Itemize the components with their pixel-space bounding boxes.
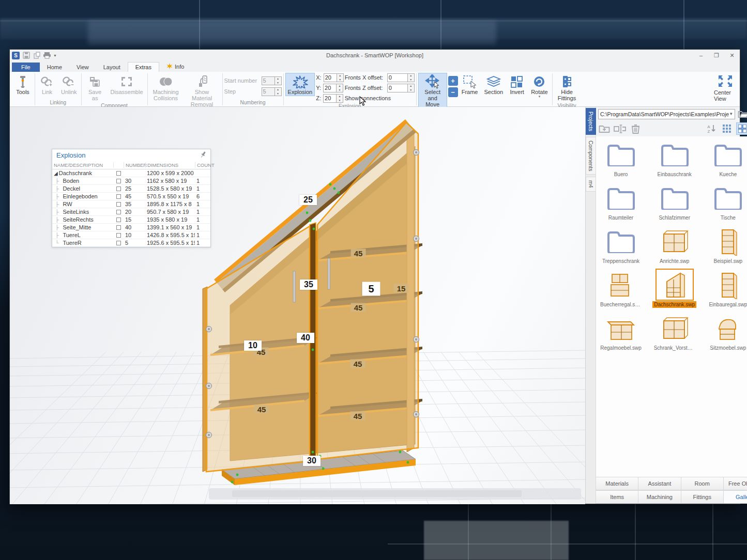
save-as-icon xyxy=(89,75,101,88)
explosion-icon xyxy=(291,75,309,88)
section-button[interactable]: Section xyxy=(481,73,506,96)
sort-az-icon[interactable]: AZ xyxy=(705,122,718,135)
sidebar-tab-components[interactable]: Components xyxy=(586,137,596,175)
tab-extras[interactable]: Extras xyxy=(128,62,159,72)
row-checkbox[interactable] xyxy=(116,210,121,214)
explosion-table-row[interactable]: ├ Einlegeboden45570.5 x 550 x 196 xyxy=(52,193,210,200)
center-view-button[interactable]: Center View xyxy=(714,74,737,102)
bottom-tab-free-objects[interactable]: Free Objects xyxy=(724,477,747,490)
minimize-button[interactable]: – xyxy=(693,50,709,60)
project-path-combo[interactable]: C:\ProgramData\SmartWOP\Projects\Example… xyxy=(598,109,735,119)
row-checkbox[interactable] xyxy=(116,217,121,222)
new-folder-icon[interactable] xyxy=(598,122,611,135)
gallery-folder[interactable]: Buero xyxy=(598,139,644,178)
tab-view[interactable]: View xyxy=(69,63,96,72)
explosion-table-row[interactable]: ◢Dachschrank1200 x 599 x 2000 xyxy=(52,169,210,177)
gallery-component[interactable]: Buecherregal.swp xyxy=(598,270,644,308)
bottom-tab-materials[interactable]: Materials xyxy=(596,477,638,490)
hide-fittings-button[interactable]: Hide Fittings xyxy=(554,73,580,102)
gallery-component[interactable]: Dachschrank.swp xyxy=(652,270,697,308)
fronts-z-spinner[interactable]: ▲▼ xyxy=(387,84,415,92)
invert-button[interactable]: Invert xyxy=(507,73,527,96)
bottom-tab-room[interactable]: Room xyxy=(681,477,724,490)
title-bar: S ▼ Dachschrank - SmartWOP [Workshop] – … xyxy=(10,50,740,61)
explosion-table-row[interactable]: ├ SeiteLinks20950.7 x 580 x 191 xyxy=(52,208,210,216)
explosion-table-row[interactable]: ├ Deckel251528.5 x 580 x 191 xyxy=(52,185,210,193)
tab-info[interactable]: Info xyxy=(159,61,191,72)
row-checkbox[interactable] xyxy=(116,179,121,183)
row-checkbox[interactable] xyxy=(116,202,121,207)
explosion-table-row[interactable]: ├ SeiteRechts151935 x 580 x 191 xyxy=(52,216,210,224)
part-number-label: 15 xyxy=(394,284,409,293)
gallery-folder[interactable]: Einbauschrank xyxy=(652,139,697,178)
gallery-component[interactable]: Anrichte.swp xyxy=(652,226,697,265)
bottom-tab-items[interactable]: Items xyxy=(596,490,638,504)
gallery-component[interactable]: Schrank_Vorstellun... xyxy=(652,313,697,351)
step-spinner[interactable]: ▲▼ xyxy=(262,87,282,96)
sidebar-tab-projects[interactable]: Projects xyxy=(586,108,596,135)
z-spinner[interactable]: ▲▼ xyxy=(323,94,343,103)
row-checkbox[interactable] xyxy=(116,225,121,230)
save-as-button[interactable]: Save as xyxy=(83,73,107,102)
row-checkbox[interactable] xyxy=(116,194,121,199)
restore-button[interactable]: ❐ xyxy=(709,50,724,60)
explosion-button[interactable]: Explosion xyxy=(285,73,315,96)
row-checkbox[interactable] xyxy=(116,241,121,245)
explosion-table-row[interactable]: ├ Seite_Mitte401399.1 x 560 x 191 xyxy=(52,224,210,231)
start-number-spinner[interactable]: ▲▼ xyxy=(262,76,282,85)
gallery-folder[interactable]: Tische xyxy=(705,183,747,221)
x-spinner[interactable]: ▲▼ xyxy=(324,73,344,82)
mouse-cursor xyxy=(359,96,368,106)
link-button[interactable]: Link xyxy=(37,73,57,96)
rename-icon[interactable] xyxy=(614,122,626,135)
medium-icons-view-icon[interactable] xyxy=(736,122,747,135)
gallery-component[interactable]: Regalmoebel.swp xyxy=(598,313,644,351)
select-and-move-button[interactable]: Select and Move xyxy=(418,73,447,108)
hide-fittings-icon xyxy=(561,75,573,88)
row-checkbox[interactable] xyxy=(116,186,121,191)
explosion-table-row[interactable]: └ TuereR51925.6 x 595.5 x 191 xyxy=(52,239,210,247)
svg-text:Z: Z xyxy=(708,129,710,133)
explosion-table-row[interactable]: ├ TuereL101426.8 x 595.5 x 191 xyxy=(52,231,210,239)
small-icons-view-icon[interactable] xyxy=(721,122,733,135)
gallery-folder[interactable]: Raumteiler xyxy=(598,183,644,221)
open-folder-icon[interactable] xyxy=(737,108,747,120)
y-spinner[interactable]: ▲▼ xyxy=(323,84,343,92)
explosion-table-row[interactable]: ├ RW351895.8 x 1175 x 81 xyxy=(52,200,210,208)
tab-home[interactable]: Home xyxy=(40,63,69,72)
gallery-component[interactable]: Beispiel.swp xyxy=(705,226,747,265)
row-checkbox[interactable] xyxy=(116,171,121,176)
disassemble-button[interactable]: Disassemble xyxy=(108,73,146,96)
machining-collisions-button[interactable]: Machining Collisions xyxy=(149,73,182,102)
sidebar-tab-m4[interactable]: m4 xyxy=(586,177,596,192)
viewport-3d[interactable]: 2535515454545454545104030 Explosion NAME… xyxy=(10,107,585,504)
gallery-component[interactable]: Einbauregal.swp xyxy=(705,270,747,308)
zoom-in-button[interactable]: + xyxy=(448,76,458,86)
tab-layout[interactable]: Layout xyxy=(96,63,128,72)
show-connections-label[interactable]: Show connections xyxy=(345,95,391,101)
tools-button[interactable]: Tools xyxy=(12,73,33,96)
fronts-x-spinner[interactable]: ▲▼ xyxy=(387,73,415,82)
gallery-folder[interactable]: Treppenschrank xyxy=(598,226,644,265)
explosion-table-row[interactable]: ├ Boden301162 x 580 x 191 xyxy=(52,177,210,185)
gallery-content: BueroEinbauschrankKuecheRaumteilerSchlaf… xyxy=(596,136,747,477)
tab-file[interactable]: File xyxy=(12,63,40,72)
unlink-button[interactable]: Unlink xyxy=(58,73,80,96)
bottom-tab-fittings[interactable]: Fittings xyxy=(681,490,724,504)
close-button[interactable]: ✕ xyxy=(724,50,740,60)
show-material-removal-button[interactable]: Show Material Removal xyxy=(184,73,221,108)
bottom-tab-gallery[interactable]: Gallery xyxy=(724,490,747,504)
row-checkbox[interactable] xyxy=(116,233,121,238)
part-number-label: 45 xyxy=(350,360,365,368)
zoom-out-button[interactable]: − xyxy=(448,87,458,97)
bottom-tab-assistant[interactable]: Assistant xyxy=(638,477,681,490)
frame-button[interactable]: Frame xyxy=(459,73,481,96)
gallery-folder[interactable]: Schlafzimmer xyxy=(652,183,697,221)
pin-icon[interactable] xyxy=(200,151,206,160)
cabinet-thumbnail-icon xyxy=(710,270,746,300)
gallery-folder[interactable]: Kueche xyxy=(705,139,747,178)
delete-icon[interactable] xyxy=(629,122,642,135)
rotate-button[interactable]: Rotate▼ xyxy=(528,73,550,100)
bottom-tab-machining[interactable]: Machining xyxy=(638,490,681,504)
gallery-component[interactable]: Sitzmoebel.swp xyxy=(705,313,747,351)
